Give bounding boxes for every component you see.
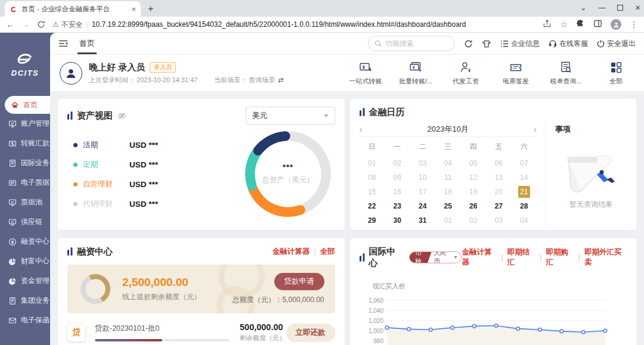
chevron-down-icon xyxy=(454,256,457,259)
asset-view-card: 资产视图 美元 活期USD ***定期USD ***自营理财USD ***代销理… xyxy=(58,99,345,230)
calendar-day[interactable]: 27 xyxy=(486,200,512,212)
sidebar-item-5[interactable]: 票据池 xyxy=(0,192,50,212)
calendar-day[interactable]: 02 xyxy=(461,215,487,226)
link-0[interactable]: 金融计算器 xyxy=(462,247,497,268)
new-tab-button[interactable]: + xyxy=(148,4,153,14)
calendar-day[interactable]: 21 xyxy=(512,186,537,198)
function-search[interactable] xyxy=(368,36,455,51)
calendar-day[interactable]: 01 xyxy=(360,157,385,169)
sidebar-item-10[interactable]: 集团业务 xyxy=(0,291,50,310)
calendar-day[interactable]: 01 xyxy=(435,215,461,226)
link-1[interactable]: 即期结汇 xyxy=(507,247,535,268)
quick-action-1[interactable]: 批量转账/... xyxy=(397,60,434,86)
currency-select[interactable]: 美元 xyxy=(246,107,335,125)
minimize-icon[interactable]: — xyxy=(598,4,605,12)
calendar-day[interactable]: 28 xyxy=(512,200,537,212)
calendar-day[interactable]: 24 xyxy=(410,200,436,212)
refresh-icon[interactable] xyxy=(464,39,473,48)
window-close-icon[interactable]: × xyxy=(635,2,640,13)
quick-action-2[interactable]: 代发工资 xyxy=(447,60,484,86)
calendar-day[interactable]: 20 xyxy=(486,186,512,198)
quick-action-5[interactable]: 全部 xyxy=(597,60,634,86)
link-3[interactable]: 即期外汇买卖 xyxy=(584,247,627,268)
split-screen-icon[interactable] xyxy=(593,19,602,30)
quick-action-4[interactable]: 税单查询... xyxy=(547,60,584,86)
calendar-day[interactable]: 23 xyxy=(385,200,410,212)
calendar-day[interactable]: 25 xyxy=(435,200,461,212)
app-logo: DCITS xyxy=(0,33,50,96)
quick-action-3[interactable]: 电票签发 xyxy=(497,60,534,86)
quick-action-0[interactable]: 一站式转账 xyxy=(347,60,384,86)
calendar-day[interactable]: 09 xyxy=(385,172,410,184)
link-separator: | xyxy=(578,253,580,262)
user-avatar[interactable] xyxy=(60,62,82,85)
reload-icon[interactable] xyxy=(37,20,45,29)
calendar-day[interactable]: 13 xyxy=(486,172,512,184)
calendar-day[interactable]: 11 xyxy=(435,172,461,184)
calendar-day[interactable]: 10 xyxy=(410,172,436,184)
address-bar[interactable]: ⚠ 不安全 | 10.7.19.22:8999/fpaas_bucket/941… xyxy=(52,20,535,30)
calendar-day[interactable]: 12 xyxy=(461,172,487,184)
calendar-day[interactable]: 19 xyxy=(461,186,487,198)
extensions-icon[interactable] xyxy=(576,19,585,30)
calendar-day[interactable]: 07 xyxy=(512,157,537,169)
sidebar-item-label: 财富中心 xyxy=(21,256,49,266)
tab-close-icon[interactable]: × xyxy=(131,5,136,14)
maximize-icon[interactable] xyxy=(617,5,623,11)
theme-skin-icon[interactable] xyxy=(482,39,491,48)
scene-switch-icon[interactable]: ⇄ xyxy=(278,76,283,83)
browser-tab[interactable]: 首页 - 企业综合金融服务平台 × xyxy=(5,1,141,17)
sidebar-item-9[interactable]: 资金管理 xyxy=(0,271,50,291)
collapse-menu-icon[interactable] xyxy=(58,39,68,48)
link-1[interactable]: 全部 xyxy=(320,247,335,257)
topbar-action-0[interactable]: 企业信息 xyxy=(500,39,540,49)
calendar-day[interactable]: 18 xyxy=(435,186,461,198)
calendar-day[interactable]: 31 xyxy=(410,215,436,226)
share-icon[interactable] xyxy=(543,19,552,30)
topbar-action-2[interactable]: 安全退出 xyxy=(597,39,636,49)
search-input[interactable] xyxy=(385,39,445,48)
calendar-day[interactable]: 15 xyxy=(360,186,385,198)
browser-profile-icon[interactable] xyxy=(611,19,621,30)
sidebar-item-7[interactable]: 融资中心 xyxy=(0,232,50,251)
loan-apply-button[interactable]: 贷款申请 xyxy=(274,273,324,290)
sidebar-item-6[interactable]: 供应链 xyxy=(0,212,50,232)
calendar-day[interactable]: 17 xyxy=(410,186,436,198)
calendar-day[interactable]: 14 xyxy=(512,172,537,184)
tab-home[interactable]: 首页 xyxy=(78,33,97,54)
calendar-day[interactable]: 04 xyxy=(435,157,461,169)
sidebar-item-8[interactable]: 财富中心 xyxy=(0,251,50,271)
calendar-day[interactable]: 02 xyxy=(385,157,410,169)
forward-icon[interactable]: → xyxy=(21,20,30,29)
sidebar-item-2[interactable]: 转账汇款 xyxy=(0,133,50,153)
sidebar-item-4[interactable]: 电子票据 xyxy=(0,173,50,192)
calendar-day[interactable]: 03 xyxy=(486,215,512,226)
back-icon[interactable]: ← xyxy=(6,20,14,29)
calendar-day[interactable]: 30 xyxy=(385,215,410,226)
calendar-prev-icon[interactable]: ‹ xyxy=(360,124,375,134)
calendar-day[interactable]: 16 xyxy=(385,186,410,198)
topbar-action-1[interactable]: 在线客服 xyxy=(549,39,588,49)
bookmark-star-icon[interactable]: ☆ xyxy=(560,20,568,29)
window-menu-icon[interactable]: ⌄ xyxy=(580,4,586,12)
calendar-day[interactable]: 04 xyxy=(512,215,537,226)
calendar-day[interactable]: 29 xyxy=(360,215,385,226)
sidebar-item-0[interactable]: 首页 xyxy=(5,96,50,114)
calendar-day[interactable]: 08 xyxy=(360,172,385,184)
browser-menu-icon[interactable]: ⋮ xyxy=(630,20,638,29)
calendar-day[interactable]: 22 xyxy=(360,200,385,212)
sidebar-item-3[interactable]: 国际业务 xyxy=(0,153,50,173)
link-0[interactable]: 金融计算器 xyxy=(273,247,310,257)
calendar-next-icon[interactable]: › xyxy=(521,124,537,134)
link-2[interactable]: 即期购汇 xyxy=(546,247,574,268)
calendar-day[interactable]: 05 xyxy=(461,157,487,169)
calendar-day[interactable]: 06 xyxy=(486,157,512,169)
calendar-day[interactable]: 26 xyxy=(461,200,487,212)
calendar-day[interactable]: 03 xyxy=(410,157,436,169)
link-separator: | xyxy=(314,248,315,256)
currency-kind-select[interactable]: 币种 人民币 xyxy=(409,251,462,263)
sidebar-item-11[interactable]: 电子保函 xyxy=(0,310,50,330)
eye-slash-icon[interactable] xyxy=(117,112,126,120)
repay-now-button[interactable]: 立即还款 xyxy=(286,324,335,342)
sidebar-item-1[interactable]: 账户管理 xyxy=(0,114,50,133)
